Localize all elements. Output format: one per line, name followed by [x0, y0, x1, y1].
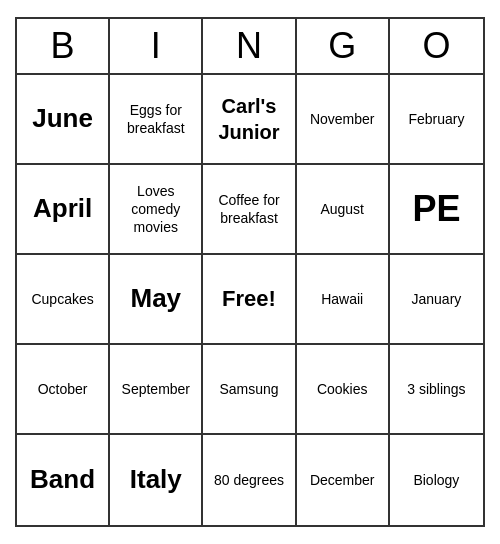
bingo-cell: Samsung — [203, 345, 296, 435]
bingo-cell: January — [390, 255, 483, 345]
bingo-cell: Coffee for breakfast — [203, 165, 296, 255]
bingo-cell: Cookies — [297, 345, 390, 435]
header-letter: I — [110, 19, 203, 73]
bingo-cell: PE — [390, 165, 483, 255]
bingo-cell: November — [297, 75, 390, 165]
header-letter: G — [297, 19, 390, 73]
bingo-grid: JuneEggs for breakfastCarl's JuniorNovem… — [17, 75, 483, 525]
bingo-cell: Carl's Junior — [203, 75, 296, 165]
bingo-cell: October — [17, 345, 110, 435]
bingo-header: BINGO — [17, 19, 483, 75]
header-letter: O — [390, 19, 483, 73]
bingo-cell: Band — [17, 435, 110, 525]
bingo-cell: Free! — [203, 255, 296, 345]
bingo-cell: June — [17, 75, 110, 165]
bingo-cell: December — [297, 435, 390, 525]
bingo-cell: Hawaii — [297, 255, 390, 345]
header-letter: N — [203, 19, 296, 73]
bingo-cell: Eggs for breakfast — [110, 75, 203, 165]
bingo-cell: 3 siblings — [390, 345, 483, 435]
bingo-cell: April — [17, 165, 110, 255]
bingo-cell: Loves comedy movies — [110, 165, 203, 255]
bingo-cell: Italy — [110, 435, 203, 525]
header-letter: B — [17, 19, 110, 73]
bingo-cell: Cupcakes — [17, 255, 110, 345]
bingo-cell: February — [390, 75, 483, 165]
bingo-cell: 80 degrees — [203, 435, 296, 525]
bingo-cell: September — [110, 345, 203, 435]
bingo-cell: Biology — [390, 435, 483, 525]
bingo-cell: May — [110, 255, 203, 345]
bingo-card: BINGO JuneEggs for breakfastCarl's Junio… — [15, 17, 485, 527]
bingo-cell: August — [297, 165, 390, 255]
